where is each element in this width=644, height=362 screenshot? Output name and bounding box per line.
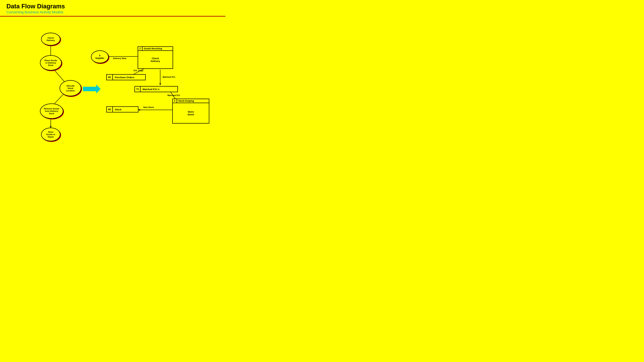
stock-store: M2 Stock	[106, 106, 138, 112]
purchase-orders-name: Purchase Orders	[113, 76, 136, 79]
stock-id: M2	[107, 107, 113, 112]
remove-goods-ellipse: Remove Goods from Delivery Dock	[40, 103, 63, 119]
supplier-ellipse: b Supplier	[91, 50, 109, 63]
matched-po-2-label: Matched P.O.	[168, 94, 180, 96]
matched-pos-name: Matched P.O.'s	[140, 88, 161, 91]
goods-receiving-header: 2 Goods Receiving	[138, 47, 172, 51]
page-title: Data Flow Diagrams	[6, 3, 219, 10]
page-subtitle: Converting Business Activity Models	[6, 10, 219, 14]
matched-pos-id: T2	[135, 86, 140, 92]
purchase-orders-id: M1	[107, 75, 113, 80]
allocate-stock-ellipse: Allocate Stock Location	[60, 80, 81, 96]
stock-keeping-header: 3 Stock Keeping	[173, 99, 209, 103]
goods-receiving-num: 2	[138, 47, 142, 50]
goods-receiving-box: 2 Goods Receiving Check Delivery	[138, 46, 173, 69]
stock-keeping-category: Stock Keeping	[177, 99, 195, 103]
teal-arrow	[83, 84, 100, 93]
delivery-note-label: Delivery Note	[113, 57, 126, 59]
matched-pos-store: T2 Matched P.O.'s	[134, 86, 178, 92]
new-stock-label: New Stock	[143, 106, 154, 108]
po-copy-label: P.O. Copy	[134, 69, 143, 72]
store-goods-ellipse: Store Goods in Depot	[41, 128, 60, 141]
page-header: Data Flow Diagrams Converting Business A…	[0, 0, 226, 16]
stock-keeping-box: 3 Stock Keeping Store Stock	[172, 99, 209, 124]
stock-keeping-content: Store Stock	[173, 103, 209, 123]
check-delivery-ellipse: Check Delivery	[41, 33, 60, 45]
goods-receiving-content: Check Delivery	[138, 51, 172, 68]
svg-line-2	[54, 70, 65, 82]
diagram-area: Check Delivery Place Goods in Delivery D…	[0, 16, 226, 145]
arrows-layer	[0, 16, 226, 145]
place-goods-ellipse: Place Goods in Delivery Dock	[40, 55, 62, 70]
stock-name: Stock	[113, 108, 123, 111]
purchase-orders-store: M1 Purchase Orders	[106, 74, 146, 80]
matched-po-1-label: Matched P.O.	[162, 76, 176, 78]
stock-keeping-num: 3	[173, 99, 177, 103]
goods-receiving-category: Goods Receiving	[142, 47, 164, 50]
svg-marker-13	[160, 83, 161, 85]
